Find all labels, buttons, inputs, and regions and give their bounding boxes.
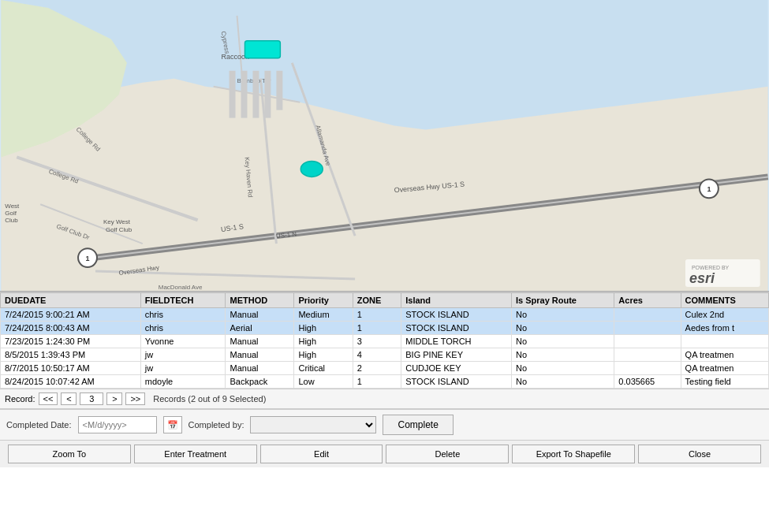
- col-method: METHOD: [226, 293, 294, 308]
- table-cell: [614, 362, 681, 375]
- svg-text:MacDonald Ave: MacDonald Ave: [159, 284, 203, 291]
- table-cell: 8/5/2015 1:39:43 PM: [1, 348, 141, 362]
- page-number-input[interactable]: [80, 392, 103, 405]
- col-island: Island: [401, 293, 512, 308]
- table-cell: 1: [353, 375, 401, 389]
- completed-by-label: Completed by:: [189, 420, 245, 430]
- table-cell: jw: [140, 362, 226, 375]
- col-duedate: DUEDATE: [1, 293, 141, 308]
- svg-rect-28: [241, 71, 247, 118]
- svg-text:Golf: Golf: [5, 210, 17, 217]
- table-cell: High: [294, 322, 353, 335]
- table-cell: 4: [353, 348, 401, 362]
- table-cell: [614, 348, 681, 362]
- completed-by-dropdown[interactable]: [250, 416, 376, 433]
- table-cell: jw: [140, 348, 226, 362]
- table-cell: Manual: [226, 308, 294, 322]
- table-body[interactable]: 7/24/2015 9:00:21 AMchrisManualMedium1ST…: [1, 308, 769, 389]
- edit-button[interactable]: Edit: [260, 445, 383, 463]
- table-cell: 7/24/2015 8:00:43 AM: [1, 322, 141, 335]
- table-cell: No: [511, 362, 614, 375]
- svg-text:Club: Club: [5, 217, 18, 224]
- table-wrapper[interactable]: DUEDATE FIELDTECH METHOD Priority ZONE I…: [0, 292, 769, 389]
- prev-page-button[interactable]: <: [61, 392, 77, 405]
- table-row[interactable]: 8/7/2015 10:50:17 AMjwManualCritical2CUD…: [1, 362, 769, 375]
- bottom-buttons: Zoom To Enter Treatment Edit Delete Expo…: [0, 440, 769, 467]
- completed-date-input[interactable]: [78, 416, 157, 433]
- table-cell: High: [294, 335, 353, 348]
- table-cell: STOCK ISLAND: [401, 308, 512, 322]
- table-cell: Backpack: [226, 375, 294, 389]
- table-cell: 2: [353, 362, 401, 375]
- table-cell: 8/24/2015 10:07:42 AM: [1, 375, 141, 389]
- table-cell: 3: [353, 335, 401, 348]
- table-cell: [614, 308, 681, 322]
- record-label: Record:: [5, 394, 35, 404]
- table-cell: chris: [140, 322, 226, 335]
- zoom-to-button[interactable]: Zoom To: [8, 445, 131, 463]
- table-cell: 7/24/2015 9:00:21 AM: [1, 308, 141, 322]
- complete-bar: Completed Date: 📅 Completed by: Complete: [0, 409, 769, 440]
- table-cell: Medium: [294, 308, 353, 322]
- svg-text:Key West: Key West: [103, 218, 131, 225]
- pagination-bar: Record: << < > >> Records (2 out of 9 Se…: [0, 389, 769, 409]
- table-cell: STOCK ISLAND: [401, 375, 512, 389]
- table-cell: 1: [353, 322, 401, 335]
- table-cell: Aedes from t: [681, 322, 768, 335]
- table-cell: MIDDLE TORCH: [401, 335, 512, 348]
- svg-rect-29: [252, 71, 259, 118]
- table-cell: QA treatmen: [681, 348, 768, 362]
- table-cell: 1: [353, 308, 401, 322]
- table-row[interactable]: 7/24/2015 8:00:43 AMchrisAerialHigh1STOC…: [1, 322, 769, 335]
- complete-button[interactable]: Complete: [383, 415, 453, 435]
- table-header-row: DUEDATE FIELDTECH METHOD Priority ZONE I…: [1, 293, 769, 308]
- table-area: DUEDATE FIELDTECH METHOD Priority ZONE I…: [0, 292, 769, 467]
- table-cell: No: [511, 348, 614, 362]
- table-cell: 0.035665: [614, 375, 681, 389]
- col-zone: ZONE: [353, 293, 401, 308]
- table-cell: BIG PINE KEY: [401, 348, 512, 362]
- svg-text:1: 1: [86, 255, 90, 262]
- records-status: Records (2 out of 9 Selected): [153, 394, 266, 404]
- close-button[interactable]: Close: [638, 445, 761, 463]
- enter-treatment-button[interactable]: Enter Treatment: [134, 445, 257, 463]
- svg-rect-30: [264, 71, 271, 118]
- next-page-button[interactable]: >: [106, 392, 122, 405]
- delete-button[interactable]: Delete: [386, 445, 509, 463]
- table-cell: Manual: [226, 362, 294, 375]
- table-cell: mdoyle: [140, 375, 226, 389]
- svg-text:Golf Club: Golf Club: [106, 226, 133, 233]
- table-cell: Manual: [226, 348, 294, 362]
- table-cell: CUDJOE KEY: [401, 362, 512, 375]
- svg-rect-33: [245, 41, 280, 58]
- export-to-shapefile-button[interactable]: Export To Shapefile: [512, 445, 635, 463]
- table-cell: No: [511, 335, 614, 348]
- table-row[interactable]: 8/24/2015 10:07:42 AMmdoyleBackpackLow1S…: [1, 375, 769, 389]
- col-acres: Acres: [614, 293, 681, 308]
- table-row[interactable]: 7/23/2015 1:24:30 PMYvonneManualHigh3MID…: [1, 335, 769, 348]
- calendar-button[interactable]: 📅: [163, 416, 182, 433]
- col-fieldtech: FIELDTECH: [140, 293, 226, 308]
- table-cell: Aerial: [226, 322, 294, 335]
- table-cell: QA treatmen: [681, 362, 768, 375]
- table-cell: [614, 335, 681, 348]
- svg-rect-31: [276, 71, 282, 110]
- svg-text:POWERED BY: POWERED BY: [692, 265, 730, 270]
- svg-text:esri: esri: [689, 270, 715, 286]
- first-page-button[interactable]: <<: [39, 392, 58, 405]
- table-cell: Critical: [294, 362, 353, 375]
- table-cell: Culex 2nd: [681, 308, 768, 322]
- table-cell: Low: [294, 375, 353, 389]
- col-priority: Priority: [294, 293, 353, 308]
- table-row[interactable]: 8/5/2015 1:39:43 PMjwManualHigh4BIG PINE…: [1, 348, 769, 362]
- table-row[interactable]: 7/24/2015 9:00:21 AMchrisManualMedium1ST…: [1, 308, 769, 322]
- table-cell: No: [511, 322, 614, 335]
- svg-text:1: 1: [707, 185, 711, 193]
- last-page-button[interactable]: >>: [125, 392, 145, 405]
- table-cell: Yvonne: [140, 335, 226, 348]
- table-cell: 7/23/2015 1:24:30 PM: [1, 335, 141, 348]
- table-cell: Testing field: [681, 375, 768, 389]
- svg-point-34: [301, 161, 323, 177]
- table-cell: High: [294, 348, 353, 362]
- table-cell: chris: [140, 308, 226, 322]
